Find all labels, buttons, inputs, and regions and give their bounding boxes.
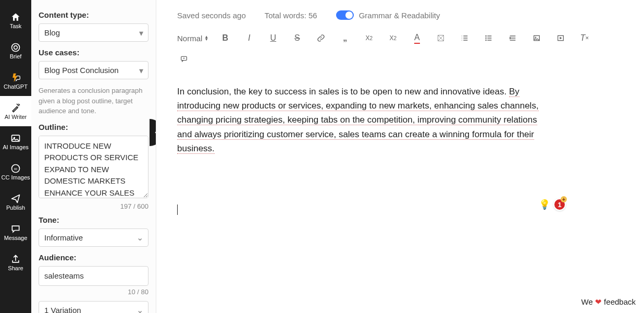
strikethrough-button[interactable]: S — [290, 31, 304, 45]
paragraph-style-label: Normal — [177, 34, 202, 43]
use-cases-select[interactable]: Blog Post Conclusion — [39, 61, 148, 79]
issue-count-badge[interactable]: 1 — [553, 198, 566, 211]
tone-label: Tone: — [39, 215, 148, 224]
nav-brief[interactable]: Brief — [0, 35, 31, 66]
editor-text-plain: In conclusion, the key to success in sal… — [177, 87, 509, 97]
updown-icon: ▴▾ — [205, 35, 208, 41]
clear-format-button[interactable]: T✕ — [578, 31, 591, 45]
nav-share-label: Share — [8, 266, 23, 271]
image-button[interactable] — [530, 31, 543, 45]
nav-message-label: Message — [4, 235, 28, 241]
nav-publish[interactable]: Publish — [0, 187, 31, 217]
side-panel: Content type: Blog ▾ Use cases: Blog Pos… — [31, 0, 156, 313]
editor-area: Saved seconds ago Total words: 56 Gramma… — [156, 0, 644, 313]
nav-chatgpt[interactable]: ChatGPT — [0, 66, 31, 96]
chat-icon — [10, 224, 21, 234]
feedback-link[interactable]: We ❤ feedback — [578, 295, 639, 309]
tone-select[interactable]: Informative — [39, 228, 148, 247]
editor-topbar: Saved seconds ago Total words: 56 Gramma… — [177, 0, 623, 26]
nav-task[interactable]: Task — [0, 5, 31, 35]
lightbulb-icon[interactable]: 💡 — [539, 199, 550, 210]
nav-share[interactable]: Share — [0, 247, 31, 278]
heart-icon: ❤ — [595, 297, 602, 306]
paragraph-style-select[interactable]: Normal ▴▾ — [177, 34, 208, 43]
format-toolbar-row2 — [177, 50, 623, 72]
audience-counter: 10 / 80 — [39, 288, 148, 296]
outline-textarea[interactable] — [39, 136, 148, 198]
use-cases-label: Use cases: — [39, 48, 148, 57]
blockquote-button[interactable]: „ — [338, 31, 352, 45]
audience-input[interactable] — [39, 266, 148, 286]
outline-label: Outline: — [39, 123, 148, 131]
ordered-list-button[interactable] — [458, 31, 472, 45]
nav-chatgpt-label: ChatGPT — [4, 84, 28, 90]
collapse-panel-button[interactable] — [150, 119, 156, 146]
superscript-button[interactable]: X2 — [386, 31, 400, 45]
link-button[interactable] — [314, 31, 328, 45]
vertical-nav: Task Brief ChatGPT AI Writer AI Images c… — [0, 0, 31, 313]
nav-brief-label: Brief — [10, 54, 22, 59]
svg-point-7 — [486, 35, 487, 37]
editor-text-grammar-marked: By introducing new products or services,… — [177, 87, 539, 154]
image-icon — [10, 133, 21, 143]
target-icon — [10, 42, 21, 53]
svg-point-9 — [486, 40, 487, 41]
nav-publish-label: Publish — [6, 205, 25, 211]
comment-button[interactable] — [177, 52, 191, 66]
italic-button[interactable]: I — [242, 31, 256, 45]
nav-message[interactable]: Message — [0, 217, 31, 247]
editor-content[interactable]: In conclusion, the key to success in sal… — [177, 85, 547, 216]
word-count: Total words: 56 — [265, 11, 317, 20]
floating-widgets: 💡 1 — [539, 198, 566, 211]
cc-icon: cc — [10, 163, 21, 174]
text-color-button[interactable]: A — [410, 31, 424, 45]
chevron-left-icon — [153, 129, 156, 136]
outline-counter: 197 / 600 — [39, 202, 148, 210]
home-icon — [10, 12, 21, 22]
content-type-label: Content type: — [39, 10, 148, 19]
grammar-toggle[interactable] — [336, 10, 354, 20]
video-button[interactable] — [554, 31, 567, 45]
nav-task-label: Task — [10, 23, 22, 29]
nav-ccimages[interactable]: cc CC Images — [0, 156, 31, 187]
content-type-select[interactable]: Blog — [39, 23, 148, 42]
svg-point-1 — [14, 45, 18, 49]
bold-button[interactable]: B — [218, 31, 232, 45]
bolt-chat-icon — [10, 73, 21, 83]
format-toolbar: Normal ▴▾ B I U S „ X2 X2 A T✕ — [177, 26, 623, 50]
audience-label: Audience: — [39, 253, 148, 262]
nav-ccimages-label: CC Images — [1, 175, 30, 180]
svg-point-8 — [486, 38, 487, 39]
svg-point-11 — [535, 37, 536, 38]
nav-aiimages[interactable]: AI Images — [0, 126, 31, 156]
nav-aiwriter-label: AI Writer — [5, 114, 27, 120]
highlight-button[interactable] — [434, 31, 448, 45]
nav-aiimages-label: AI Images — [3, 145, 29, 150]
variations-select[interactable]: 1 Variation — [39, 301, 148, 314]
nav-aiwriter[interactable]: AI Writer — [0, 96, 31, 126]
svg-text:cc: cc — [14, 166, 18, 170]
unordered-list-button[interactable] — [482, 31, 496, 45]
subscript-button[interactable]: X2 — [362, 31, 376, 45]
text-cursor — [177, 204, 178, 215]
grammar-label: Grammar & Readability — [359, 11, 440, 20]
share-icon — [10, 254, 21, 264]
indent-button[interactable] — [506, 31, 519, 45]
use-cases-description: Generates a conclusion paragraph given a… — [39, 86, 148, 116]
svg-point-0 — [12, 43, 20, 51]
underline-button[interactable]: U — [266, 31, 280, 45]
saved-status: Saved seconds ago — [177, 11, 246, 20]
magic-wand-icon — [10, 103, 21, 113]
send-icon — [10, 194, 21, 204]
